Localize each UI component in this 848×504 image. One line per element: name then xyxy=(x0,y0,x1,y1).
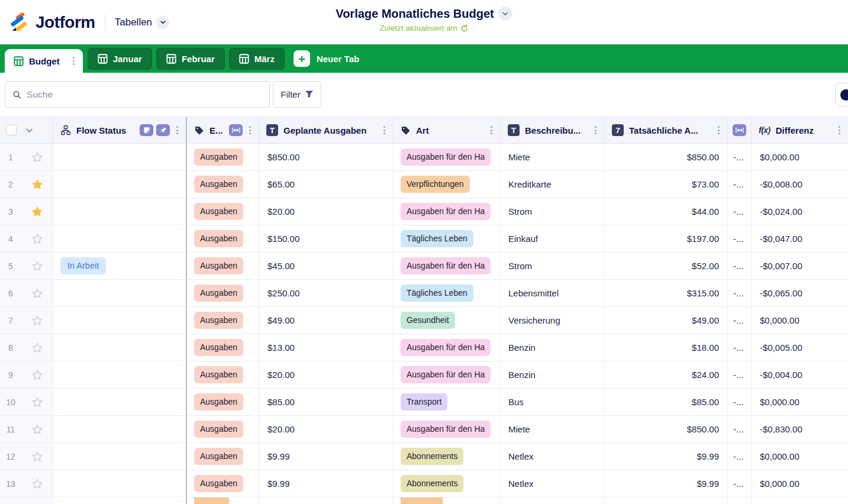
beschreibung-cell[interactable]: Benzin xyxy=(501,361,605,388)
collapsed-cell[interactable]: -... xyxy=(728,144,752,170)
geplante-ausgaben-cell[interactable]: $65.00 xyxy=(259,171,394,198)
tatsaechliche-ausgaben-cell[interactable]: $9.99 xyxy=(605,470,728,497)
column-menu-dots[interactable] xyxy=(714,126,723,134)
collapsed-cell[interactable]: -... xyxy=(728,470,752,497)
star-outline-icon[interactable] xyxy=(31,342,43,354)
differenz-cell[interactable]: $0,000.00 xyxy=(752,389,848,415)
einnahmen-ausgaben-cell[interactable]: Ausgaben xyxy=(187,334,259,361)
art-cell[interactable] xyxy=(394,497,501,504)
search-box[interactable] xyxy=(5,81,270,108)
collapsed-cell[interactable]: -... xyxy=(728,416,752,442)
geplante-ausgaben-cell[interactable]: $150.00 xyxy=(259,225,394,252)
column-header-differenz[interactable]: f(x) Differenz xyxy=(752,117,848,143)
collapsed-cell[interactable]: -... xyxy=(728,198,752,225)
differenz-cell[interactable]: $0,000.00 xyxy=(752,443,848,470)
flow-status-cell[interactable] xyxy=(53,280,187,306)
column-menu-dots[interactable] xyxy=(487,126,495,134)
beschreibung-cell[interactable]: Strom xyxy=(501,253,605,279)
art-cell[interactable]: Ausgaben für den Ha xyxy=(394,361,501,388)
geplante-ausgaben-cell[interactable]: $250.00 xyxy=(259,280,394,306)
collapsed-cell[interactable]: -... xyxy=(728,361,752,388)
chevron-down-icon[interactable] xyxy=(25,127,33,134)
column-header-tatsaechliche[interactable]: 7 Tatsächliche A... xyxy=(605,117,728,143)
beschreibung-cell[interactable]: Netlex xyxy=(501,443,605,470)
einnahmen-ausgaben-cell[interactable]: Ausgaben xyxy=(187,198,259,225)
flow-status-cell[interactable] xyxy=(53,443,187,470)
differenz-cell[interactable]: -$0,005.00 xyxy=(752,334,848,361)
column-header-e[interactable]: E... xyxy=(187,117,259,143)
collapsed-cell[interactable] xyxy=(728,497,752,504)
differenz-cell[interactable]: -$0,007.00 xyxy=(752,253,848,279)
collapsed-cell[interactable]: -... xyxy=(728,334,752,361)
art-cell[interactable]: Tägliches Leben xyxy=(394,225,501,252)
flow-status-cell[interactable] xyxy=(53,171,187,198)
tatsaechliche-ausgaben-cell[interactable]: $315.00 xyxy=(605,280,728,306)
art-cell[interactable]: Abonnements xyxy=(394,470,501,497)
art-cell[interactable]: Abonnements xyxy=(394,443,501,470)
column-header-beschreibung[interactable]: T Beschreibu... xyxy=(501,117,605,143)
einnahmen-ausgaben-cell[interactable]: Ausgaben xyxy=(187,361,259,388)
column-menu-dots[interactable] xyxy=(835,126,843,134)
geplante-ausgaben-cell[interactable]: $20.00 xyxy=(259,198,394,225)
art-cell[interactable]: Ausgaben für den Ha xyxy=(394,144,501,170)
geplante-ausgaben-cell[interactable]: $850.00 xyxy=(259,144,394,170)
einnahmen-ausgaben-cell[interactable]: Ausgaben xyxy=(187,280,259,306)
views-button-partial[interactable] xyxy=(835,83,848,106)
flow-status-cell[interactable] xyxy=(53,416,187,442)
star-outline-icon[interactable] xyxy=(31,233,43,245)
column-header-collapsed[interactable] xyxy=(728,117,752,143)
flow-status-cell[interactable] xyxy=(53,470,187,497)
einnahmen-ausgaben-cell[interactable]: Ausgaben xyxy=(187,144,259,170)
tatsaechliche-ausgaben-cell[interactable]: $850.00 xyxy=(605,416,728,442)
flow-status-cell[interactable] xyxy=(53,361,187,388)
art-cell[interactable]: Ausgaben für den Ha xyxy=(394,253,501,279)
tab-menu-dots[interactable] xyxy=(70,57,78,65)
einnahmen-ausgaben-cell[interactable]: Ausgaben xyxy=(187,253,259,279)
star-outline-icon[interactable] xyxy=(31,451,43,463)
tab-maerz[interactable]: März xyxy=(229,48,285,70)
beschreibung-cell[interactable]: Einkauf xyxy=(501,225,605,252)
column-header-art[interactable]: Art xyxy=(394,117,501,143)
column-menu-dots[interactable] xyxy=(246,126,254,134)
einnahmen-ausgaben-cell[interactable]: Ausgaben xyxy=(187,171,259,198)
refresh-icon[interactable] xyxy=(460,24,469,33)
note-badge-button[interactable] xyxy=(140,124,153,136)
star-outline-icon[interactable] xyxy=(31,315,43,327)
art-cell[interactable]: Ausgaben für den Ha xyxy=(394,198,501,225)
tatsaechliche-ausgaben-cell[interactable]: $18.00 xyxy=(605,334,728,361)
flow-status-cell[interactable] xyxy=(53,198,187,225)
column-menu-dots[interactable] xyxy=(380,126,388,134)
einnahmen-ausgaben-cell[interactable]: Ausgaben xyxy=(187,443,259,470)
beschreibung-cell[interactable]: Netlex xyxy=(501,470,605,497)
tatsaechliche-ausgaben-cell[interactable]: $49.00 xyxy=(605,307,728,334)
art-cell[interactable]: Ausgaben für den Ha xyxy=(394,416,501,442)
title-dropdown[interactable] xyxy=(498,7,512,21)
select-all-checkbox[interactable] xyxy=(6,125,17,135)
art-cell[interactable]: Gesundheit xyxy=(394,307,501,334)
column-header-flow-status[interactable]: Flow Status xyxy=(53,117,187,143)
resize-badge-button[interactable] xyxy=(733,124,746,136)
filter-button[interactable]: Filter xyxy=(273,81,321,108)
tatsaechliche-ausgaben-cell[interactable]: $52.00 xyxy=(605,253,728,279)
differenz-cell[interactable]: -$0,008.00 xyxy=(752,171,848,198)
column-menu-dots[interactable] xyxy=(591,126,599,134)
flow-status-cell[interactable]: In Arbeit xyxy=(53,253,187,279)
tatsaechliche-ausgaben-cell[interactable]: $85.00 xyxy=(605,389,728,415)
differenz-cell[interactable]: $0,000.00 xyxy=(752,470,848,497)
geplante-ausgaben-cell[interactable]: $45.00 xyxy=(259,253,394,279)
tatsaechliche-ausgaben-cell[interactable]: $197.00 xyxy=(605,225,728,252)
differenz-cell[interactable]: -$0,004.00 xyxy=(752,361,848,388)
einnahmen-ausgaben-cell[interactable]: Ausgaben xyxy=(187,389,259,415)
differenz-cell[interactable]: $0,000.00 xyxy=(752,307,848,334)
beschreibung-cell[interactable]: Miete xyxy=(501,144,605,170)
pin-badge-button[interactable] xyxy=(156,124,170,136)
geplante-ausgaben-cell[interactable]: $85.00 xyxy=(259,389,394,415)
star-outline-icon[interactable] xyxy=(31,287,43,299)
geplante-ausgaben-cell[interactable]: $20.00 xyxy=(259,361,394,388)
beschreibung-cell[interactable]: Kreditkarte xyxy=(501,171,605,198)
art-cell[interactable]: Transport xyxy=(394,389,501,415)
art-cell[interactable]: Ausgaben für den Ha xyxy=(394,334,501,361)
einnahmen-ausgaben-cell[interactable]: Ausgaben xyxy=(187,307,259,334)
column-menu-dots[interactable] xyxy=(173,126,181,134)
collapsed-cell[interactable]: -... xyxy=(728,389,752,415)
